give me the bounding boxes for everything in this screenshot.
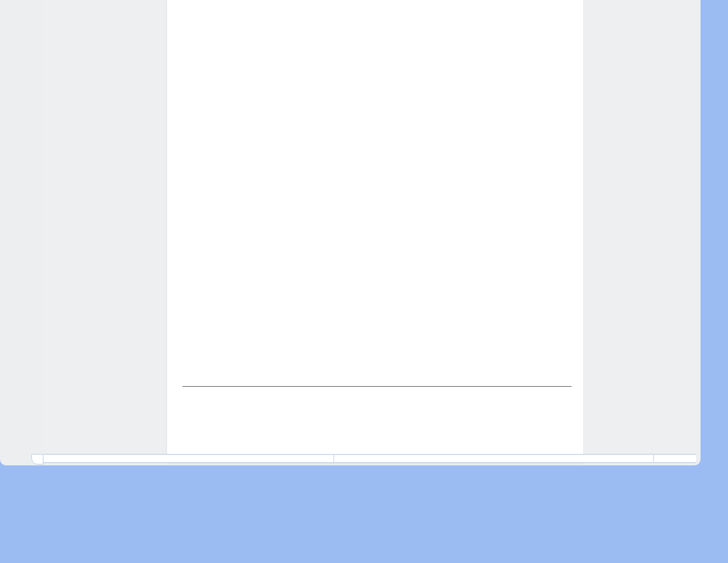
ruler-corner: [31, 454, 43, 465]
ruler-tick-right: [653, 454, 654, 463]
right-margin-area: [583, 0, 696, 463]
ruler-tick-center: [333, 454, 334, 463]
left-margin-area: [43, 0, 167, 463]
document-canvas: [0, 0, 701, 465]
horizontal-separator: [182, 386, 572, 387]
page-boundary-ruler: [43, 454, 696, 463]
document-page[interactable]: [167, 0, 583, 463]
page-content-area[interactable]: [167, 0, 583, 463]
